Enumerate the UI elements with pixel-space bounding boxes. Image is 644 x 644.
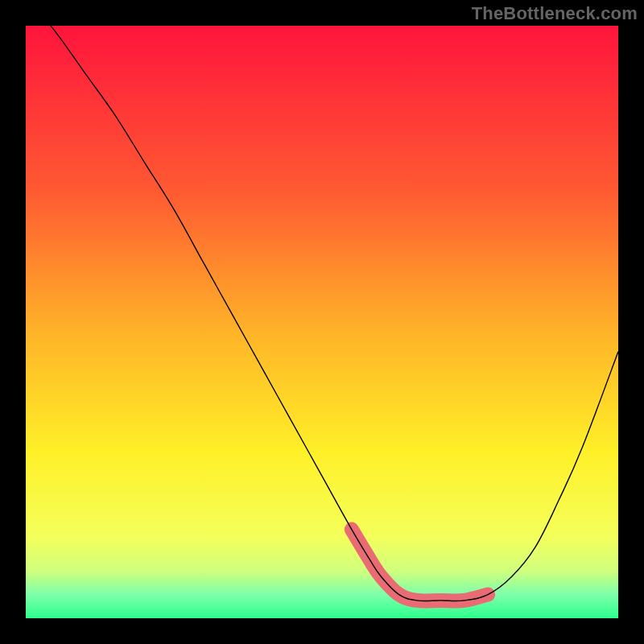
- outer-frame: TheBottleneck.com: [0, 0, 644, 644]
- curve-layer: [26, 26, 618, 618]
- plot-area: [26, 26, 618, 618]
- watermark-text: TheBottleneck.com: [472, 3, 638, 24]
- bottleneck-curve: [26, 26, 618, 601]
- valley-highlight: [352, 530, 488, 601]
